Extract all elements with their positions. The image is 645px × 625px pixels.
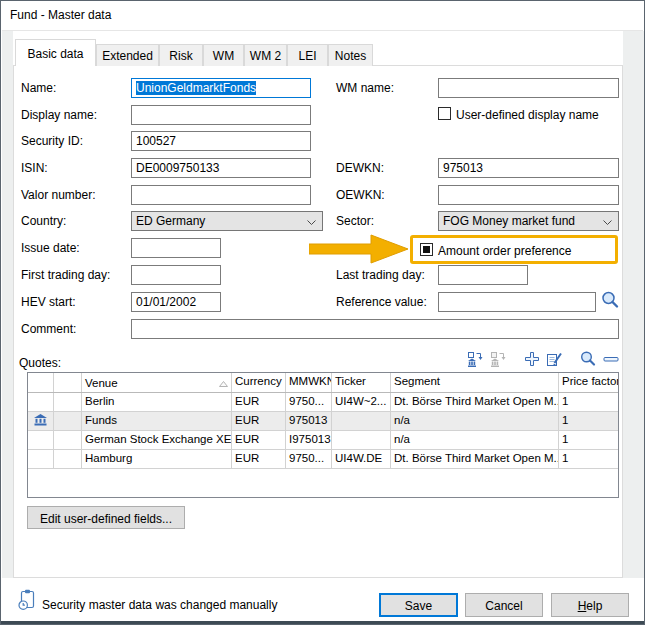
venue-cell: Berlin — [82, 393, 232, 411]
table-row[interactable]: Berlin EUR 9750... UI4W~2... Dt. Börse T… — [28, 393, 618, 412]
row-spacer-cell — [54, 393, 82, 411]
add-quotation-icon[interactable] — [524, 351, 540, 371]
tab-wm[interactable]: WM — [203, 44, 244, 66]
save-button[interactable]: Save — [379, 593, 458, 617]
last-trading-day-field[interactable] — [438, 265, 528, 285]
tab-basic-data[interactable]: Basic data — [15, 39, 96, 66]
table-row[interactable]: Hamburg EUR 9750... UI4W.DE Dt. Börse Th… — [28, 450, 618, 469]
currency-cell: EUR — [232, 450, 286, 468]
reference-value-search-icon[interactable] — [600, 290, 621, 315]
header-cell-spacer[interactable] — [54, 373, 82, 392]
title-separator — [2, 30, 643, 31]
country-value: ED Germany — [136, 214, 205, 228]
help-button[interactable]: Help — [551, 593, 629, 617]
price-factor-cell: 1 — [559, 450, 618, 468]
ticker-cell — [332, 412, 391, 430]
quotes-toolbar — [461, 352, 619, 370]
venue-header-label: Venue — [85, 377, 118, 389]
first-trading-day-label: First trading day: — [21, 268, 110, 282]
row-marker-cell — [28, 431, 54, 449]
edit-quotation-icon[interactable] — [546, 351, 563, 372]
remove-quotation-icon[interactable] — [603, 351, 619, 371]
venue-bank-icon — [34, 414, 47, 428]
name-label: Name: — [21, 81, 56, 95]
unassign-quotation-icon[interactable] — [490, 351, 507, 372]
tab-wm2[interactable]: WM 2 — [244, 44, 287, 66]
valor-number-field[interactable] — [131, 185, 311, 205]
assign-quotation-icon[interactable] — [467, 351, 484, 372]
header-cell-row-marker[interactable] — [28, 373, 54, 392]
security-id-field[interactable]: 100527 — [131, 131, 311, 151]
hev-start-field[interactable]: 01/01/2002 — [131, 292, 221, 312]
price-factor-cell: 1 — [559, 412, 618, 430]
status-message: Security master data was changed manuall… — [42, 598, 277, 612]
country-label: Country: — [21, 214, 66, 228]
first-trading-day-field[interactable] — [131, 265, 221, 285]
venue-cell: Funds — [82, 412, 232, 430]
chevron-down-icon — [307, 214, 316, 228]
search-quotation-icon[interactable] — [579, 350, 597, 372]
comment-field[interactable] — [131, 319, 619, 339]
security-id-label: Security ID: — [21, 134, 83, 148]
wm-name-field[interactable] — [438, 78, 619, 98]
header-cell-segment[interactable]: Segment — [391, 373, 559, 392]
currency-cell: EUR — [232, 393, 286, 411]
header-cell-ticker[interactable]: Ticker — [332, 373, 391, 392]
mmwkn-cell: 9750... — [286, 450, 332, 468]
currency-cell: EUR — [232, 412, 286, 430]
price-factor-cell: 1 — [559, 431, 618, 449]
venue-cell: German Stock Exchange XE... — [82, 431, 232, 449]
reference-value-field[interactable] — [438, 292, 596, 312]
dewkn-field[interactable]: 975013 — [438, 158, 619, 178]
tab-lei[interactable]: LEI — [287, 44, 328, 66]
country-dropdown[interactable]: ED Germany — [131, 211, 323, 231]
valor-number-label: Valor number: — [21, 188, 95, 202]
sector-value: FOG Money market fund — [443, 214, 575, 228]
help-label-rest: elp — [586, 599, 602, 613]
chevron-down-icon — [603, 214, 612, 228]
header-cell-venue[interactable]: Venue — [82, 373, 232, 392]
isin-label: ISIN: — [21, 161, 48, 175]
master-data-changed-icon — [17, 589, 37, 615]
mmwkn-cell: 975013 — [286, 412, 332, 430]
tab-notes[interactable]: Notes — [328, 44, 373, 66]
table-row[interactable]: German Stock Exchange XE... EUR I975013 … — [28, 431, 618, 450]
ticker-cell: UI4W.DE — [332, 450, 391, 468]
hev-start-label: HEV start: — [21, 295, 76, 309]
name-field[interactable]: UnionGeldmarktFonds — [131, 78, 311, 98]
display-name-field[interactable] — [131, 105, 311, 125]
oewkn-label: OEWKN: — [336, 188, 385, 202]
display-name-label: Display name: — [21, 108, 97, 122]
mmwkn-cell: 9750... — [286, 393, 332, 411]
amount-order-preference-checkbox[interactable] — [420, 243, 433, 256]
issue-date-field[interactable] — [131, 238, 221, 258]
cancel-button[interactable]: Cancel — [465, 593, 543, 617]
header-cell-price-factor[interactable]: Price factor — [559, 373, 618, 392]
venue-cell: Hamburg — [82, 450, 232, 468]
table-row[interactable]: Funds EUR 975013 n/a 1 — [28, 412, 618, 431]
ticker-cell — [332, 431, 391, 449]
row-spacer-cell — [54, 412, 82, 430]
tab-risk[interactable]: Risk — [159, 44, 203, 66]
comment-label: Comment: — [21, 322, 76, 336]
sort-ascending-icon — [219, 377, 228, 389]
amount-order-preference-label: Amount order preference — [438, 244, 571, 258]
wm-name-label: WM name: — [336, 81, 394, 95]
segment-cell: Dt. Börse Third Market Open M... — [391, 393, 559, 411]
header-cell-currency[interactable]: Currency — [232, 373, 286, 392]
oewkn-field[interactable] — [438, 185, 619, 205]
isin-field[interactable]: DE0009750133 — [131, 158, 311, 178]
dialog-title: Fund - Master data — [10, 8, 111, 22]
user-defined-display-name-checkbox[interactable] — [438, 107, 451, 120]
segment-cell: n/a — [391, 431, 559, 449]
name-value: UnionGeldmarktFonds — [136, 81, 256, 95]
header-cell-mmwkn[interactable]: MMWKN — [286, 373, 332, 392]
sector-dropdown[interactable]: FOG Money market fund — [438, 211, 619, 231]
left-gutter — [2, 31, 13, 578]
highlight-arrow-icon — [309, 234, 409, 268]
tab-extended[interactable]: Extended — [96, 44, 159, 66]
issue-date-label: Issue date: — [21, 241, 80, 255]
row-spacer-cell — [54, 431, 82, 449]
edit-user-defined-fields-button[interactable]: Edit user-defined fields... — [27, 506, 185, 529]
currency-cell: EUR — [232, 431, 286, 449]
